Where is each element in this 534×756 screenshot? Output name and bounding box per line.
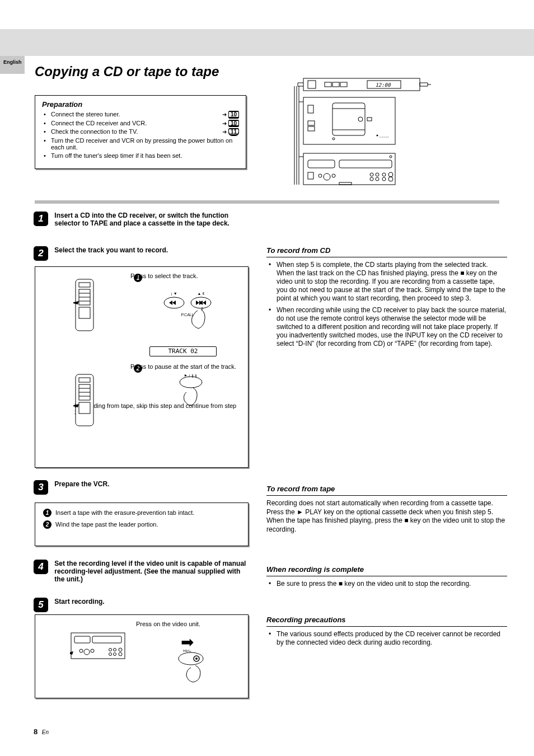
svg-point-51	[180, 377, 202, 388]
list-item-text: Be sure to press the ■ key on the video …	[277, 580, 507, 588]
svg-text:▲ ¢: ▲ ¢	[198, 292, 205, 295]
record-from-tape-section: To record from tape Recording does not s…	[266, 485, 507, 534]
step-4: 4 Set the recording level if the video u…	[34, 560, 250, 583]
svg-rect-16	[303, 153, 395, 185]
page-ref: 11	[222, 128, 239, 136]
list-item: • Turn the CD receiver and VCR on by pre…	[42, 137, 239, 151]
step-2-panel: 1 Press to select the track. TRACK 02 2 …	[35, 266, 249, 468]
list-item-text: When step 5 is complete, the CD starts p…	[277, 261, 507, 303]
divider	[266, 626, 507, 627]
svg-text:○ ○ ○ ○ ○: ○ ○ ○ ○ ○	[380, 135, 389, 138]
page-ref-number: 11	[228, 128, 239, 136]
step-3: 3 Prepare the VCR.	[34, 480, 109, 495]
pcall-label: P.CALL	[181, 313, 194, 317]
header-band	[0, 29, 534, 56]
preparation-heading: Preparation	[42, 100, 239, 109]
step-badge: 3	[34, 480, 48, 495]
lcd-display: TRACK 02	[149, 346, 217, 356]
arrow-right-icon	[222, 120, 227, 127]
language-tab	[0, 56, 25, 74]
step-5: 5 Start recording.	[34, 598, 105, 612]
hifi-stack-icon: 12:00 ○ ○ ○ ○ ○	[283, 73, 434, 190]
substep-badge: 2	[43, 520, 51, 529]
remote-control-icon	[73, 278, 96, 334]
arrow-right-icon	[222, 128, 227, 135]
section-text: Recording does not start automatically w…	[266, 499, 507, 534]
list-item: • When recording while using the CD rece…	[266, 306, 507, 348]
step-badge: 5	[34, 598, 48, 612]
bullet-icon: •	[42, 128, 48, 135]
bullet-icon: •	[266, 580, 273, 588]
list-item-text: Connect the stereo tuner.	[51, 111, 219, 118]
list-item: • Connect the CD receiver and VCR. 10	[42, 120, 239, 128]
section-divider	[35, 200, 499, 204]
recording-complete-section: When recording is complete • Be sure to …	[266, 565, 507, 591]
bullet-icon: •	[42, 152, 48, 159]
section-heading: To record from tape	[266, 485, 507, 493]
bullet-icon: •	[42, 137, 48, 144]
step-title: Prepare the VCR.	[54, 480, 109, 488]
page-model: En	[42, 729, 49, 735]
substep-text: Insert a tape with the erasure-preventio…	[55, 509, 194, 516]
list-item: • The various sound effects produced by …	[266, 630, 507, 647]
record-from-cd-section: To record from CD • When step 5 is compl…	[266, 246, 507, 351]
bullet-icon: •	[266, 630, 273, 647]
list-item: • Turn off the tuner's sleep timer if it…	[42, 152, 239, 159]
list-item: • Connect the stereo tuner. 10	[42, 111, 239, 119]
preparation-list: • Connect the stereo tuner. 10 • Connect…	[42, 111, 239, 159]
list-item: • Check the connection to the TV. 11	[42, 128, 239, 136]
page-ref-number: 10	[228, 111, 239, 119]
page-ref-number: 10	[228, 120, 239, 128]
step-1: 1 Insert a CD into the CD receiver, or s…	[34, 212, 250, 227]
vcr-front-icon	[70, 632, 126, 662]
step-title: Insert a CD into the CD receiver, or swi…	[54, 212, 250, 227]
step-3-panel: 1 Insert a tape with the erasure-prevent…	[35, 503, 249, 546]
step-2: 2 Select the track you want to record.	[34, 246, 168, 261]
page-number-value: 8	[34, 727, 38, 736]
divider	[266, 257, 507, 257]
rec-label: REC	[183, 650, 191, 652]
step-title: Start recording.	[54, 598, 104, 605]
page-title: Copying a CD or tape to tape	[35, 64, 219, 79]
substep-text: Press to pause at the start of the track…	[130, 363, 240, 370]
bullet-icon: •	[42, 111, 48, 118]
system-diagram: 12:00 ○ ○ ○ ○ ○	[283, 73, 434, 190]
page-number: 8 En	[34, 727, 49, 736]
play-pause-button-icon: ► / ❙❙	[174, 374, 219, 408]
substep-row: 1 Insert a tape with the erasure-prevent…	[43, 509, 240, 517]
list-item-text: The various sound effects produced by th…	[277, 630, 507, 647]
list-item-text: When recording while using the CD receiv…	[277, 306, 507, 348]
preparation-box: Preparation • Connect the stereo tuner. …	[35, 95, 246, 169]
section-heading: Recording precautions	[266, 616, 507, 624]
clock-display: 12:00	[375, 82, 391, 88]
rec-button-icon: REC	[172, 650, 222, 683]
list-item-text: Connect the CD receiver and VCR.	[51, 120, 219, 127]
substep-text: Wind the tape past the leader portion.	[55, 521, 158, 528]
step-title: Select the track you want to record.	[54, 246, 168, 254]
arrow-right-icon: ➡	[181, 633, 194, 651]
section-heading: To record from CD	[266, 246, 507, 255]
list-item-text: Turn off the tuner's sleep timer if it h…	[51, 152, 239, 159]
svg-point-13	[377, 135, 378, 137]
list-item-text: Check the connection to the TV.	[51, 128, 219, 135]
svg-rect-0	[303, 78, 420, 91]
list-item-text: Turn the CD receiver and VCR on by press…	[51, 137, 239, 151]
bullet-icon: •	[266, 261, 273, 303]
section-heading: When recording is complete	[266, 565, 507, 574]
list-item: • Be sure to press the ■ key on the vide…	[266, 580, 507, 588]
step-badge: 1	[34, 212, 48, 226]
recording-precautions-section: Recording precautions • The various soun…	[266, 616, 507, 650]
arrow-right-icon	[222, 111, 227, 118]
language-tab-label: English	[3, 59, 22, 65]
bullet-icon: •	[42, 120, 48, 127]
step-badge: 2	[34, 246, 48, 261]
prev-next-buttons-icon: ¡ ▼ ▲ ¢ P.CALL	[157, 289, 224, 340]
list-item: • When step 5 is complete, the CD starts…	[266, 261, 507, 303]
step-badge: 4	[34, 560, 48, 574]
substep-badge: 1	[43, 509, 51, 517]
svg-point-67	[195, 658, 198, 660]
remote-control-icon	[73, 373, 96, 429]
svg-rect-53	[71, 633, 125, 659]
substep-row: 2 Wind the tape past the leader portion.	[43, 520, 240, 529]
svg-text:¡ ▼: ¡ ▼	[171, 292, 177, 295]
